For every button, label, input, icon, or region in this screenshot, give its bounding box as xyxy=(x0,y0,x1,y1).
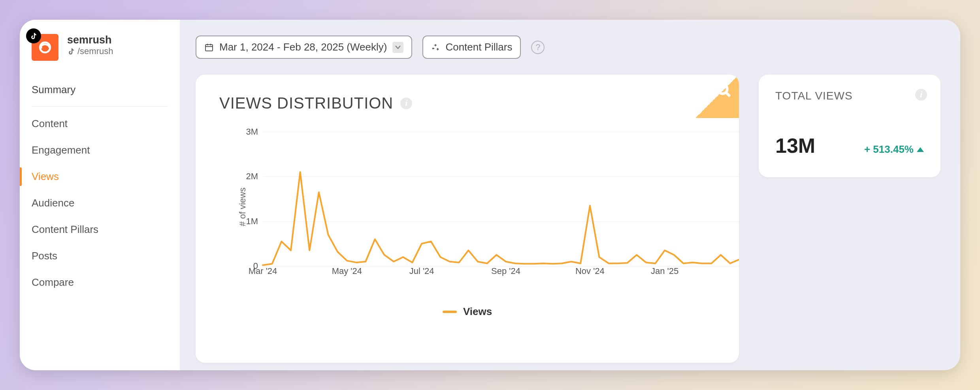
svg-point-1 xyxy=(39,46,42,49)
calendar-icon xyxy=(204,43,214,52)
chart-plot: # of views 01M2M3MMar '24May '24Jul '24S… xyxy=(235,132,715,282)
brand-handle: /semrush xyxy=(67,46,113,56)
sidebar-item-audience[interactable]: Audience xyxy=(32,190,168,216)
sparkle-icon xyxy=(431,43,440,52)
brand-handle-text: /semrush xyxy=(77,46,113,56)
sidebar-item-engagement[interactable]: Engagement xyxy=(32,137,168,163)
caret-up-icon xyxy=(917,147,924,152)
total-views-value: 13M xyxy=(775,134,815,158)
brand-block: semrush /semrush xyxy=(20,34,180,73)
total-views-label: TOTAL VIEWS xyxy=(775,90,924,102)
x-tick: Jul '24 xyxy=(409,266,434,276)
x-tick: Sep '24 xyxy=(491,266,520,276)
search-icon xyxy=(716,82,732,98)
views-distribution-card: VIEWS DISTRIBUTION i # of views 01M2M3MM… xyxy=(196,75,739,363)
sidebar-item-content-pillars[interactable]: Content Pillars xyxy=(32,216,168,243)
date-range-text: Mar 1, 2024 - Feb 28, 2025 (Weekly) xyxy=(219,41,387,53)
topbar: Mar 1, 2024 - Feb 28, 2025 (Weekly) Cont… xyxy=(196,36,940,59)
chart-line xyxy=(263,132,739,266)
sidebar-nav: Summary ContentEngagementViewsAudienceCo… xyxy=(20,73,180,296)
chart-legend: Views xyxy=(219,306,715,318)
svg-point-3 xyxy=(718,84,727,94)
total-delta-text: + 513.45% xyxy=(864,143,914,156)
x-tick: Mar '24 xyxy=(249,266,277,276)
svg-rect-2 xyxy=(205,45,213,51)
info-icon[interactable]: i xyxy=(915,89,927,101)
help-icon[interactable]: ? xyxy=(531,41,545,54)
brand-name: semrush xyxy=(67,34,113,46)
x-tick: Jan '25 xyxy=(651,266,678,276)
legend-label: Views xyxy=(463,306,492,318)
legend-swatch-icon xyxy=(443,311,457,313)
sidebar-item-posts[interactable]: Posts xyxy=(32,243,168,269)
total-views-delta: + 513.45% xyxy=(864,143,924,156)
chevron-down-icon xyxy=(392,42,403,53)
card-search-button[interactable] xyxy=(695,75,739,118)
x-tick: Nov '24 xyxy=(575,266,605,276)
chart-title: VIEWS DISTRIBUTION xyxy=(219,94,393,112)
date-range-picker[interactable]: Mar 1, 2024 - Feb 28, 2025 (Weekly) xyxy=(196,36,412,59)
x-tick: May '24 xyxy=(332,266,362,276)
sidebar-item-compare[interactable]: Compare xyxy=(32,269,168,296)
sidebar-item-summary[interactable]: Summary xyxy=(32,77,168,107)
content-pillars-button[interactable]: Content Pillars xyxy=(422,36,521,59)
main-area: Mar 1, 2024 - Feb 28, 2025 (Weekly) Cont… xyxy=(180,20,960,370)
content-pillars-label: Content Pillars xyxy=(445,41,512,53)
total-views-card: TOTAL VIEWS i 13M + 513.45% xyxy=(759,75,940,177)
sidebar-item-content[interactable]: Content xyxy=(32,111,168,137)
y-tick: 2M xyxy=(246,171,258,182)
tiktok-badge-icon xyxy=(26,28,41,43)
y-tick: 3M xyxy=(246,127,258,137)
sidebar: semrush /semrush Summary ContentEngageme… xyxy=(20,20,180,370)
info-icon[interactable]: i xyxy=(400,98,412,109)
y-tick: 1M xyxy=(246,216,258,227)
sidebar-item-views[interactable]: Views xyxy=(32,163,168,190)
